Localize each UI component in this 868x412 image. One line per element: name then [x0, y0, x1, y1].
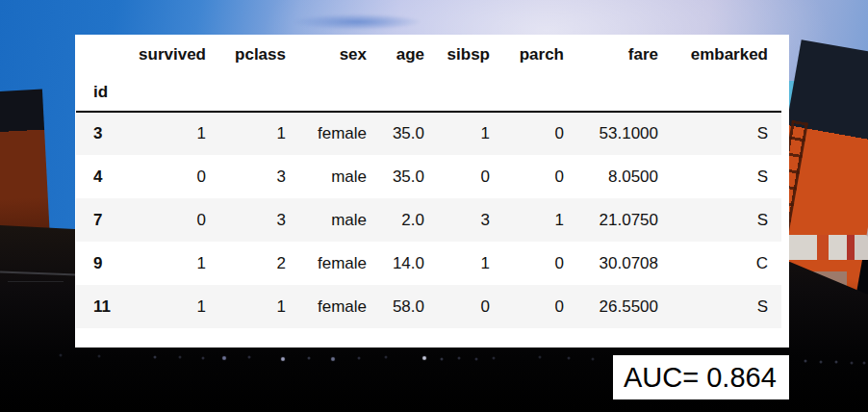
cell-survived: 0 [134, 198, 206, 242]
cell-embarked: S [658, 198, 781, 242]
cell-pclass: 2 [206, 242, 286, 285]
index-name-label: id [76, 74, 134, 112]
cell-sibsp: 3 [424, 198, 490, 242]
ship-funnel-left [0, 90, 50, 243]
rigging-line [8, 281, 64, 282]
cell-age: 35.0 [367, 155, 424, 198]
index-name-row: id [76, 74, 781, 112]
row-index: 9 [76, 242, 134, 285]
col-header-sex: sex [286, 35, 367, 74]
cell-age: 58.0 [367, 285, 424, 328]
cell-age: 35.0 [367, 112, 424, 155]
row-index: 4 [76, 155, 134, 198]
cell-embarked: C [658, 242, 781, 285]
cell-parch: 0 [490, 242, 564, 285]
cell-sex: male [286, 198, 367, 242]
cell-parch: 1 [490, 198, 564, 242]
cell-fare: 8.0500 [564, 155, 658, 198]
cell-pclass: 3 [206, 198, 286, 242]
row-index: 7 [76, 198, 134, 242]
col-header-sibsp: sibsp [424, 35, 490, 74]
cell-fare: 26.5500 [564, 285, 658, 328]
table-row: 9 1 2 female 14.0 1 0 30.0708 C [76, 242, 781, 285]
dataframe-table: survived pclass sex age sibsp parch fare… [76, 35, 781, 328]
cell-sibsp: 1 [424, 112, 490, 155]
col-header-fare: fare [564, 35, 658, 74]
cell-embarked: S [658, 112, 781, 155]
table-row: 11 1 1 female 58.0 0 0 26.5500 S [76, 285, 781, 328]
cell-age: 14.0 [367, 242, 424, 285]
table-row: 7 0 3 male 2.0 3 1 21.0750 S [76, 198, 781, 242]
cell-survived: 1 [134, 112, 206, 155]
porthole-lights [0, 0, 2, 2]
cell-survived: 1 [134, 285, 206, 328]
lifeboat [785, 235, 868, 260]
cell-parch: 0 [490, 285, 564, 328]
cell-parch: 0 [490, 155, 564, 198]
cell-pclass: 3 [206, 155, 286, 198]
cell-parch: 0 [490, 112, 564, 155]
cell-embarked: S [658, 155, 781, 198]
auc-badge: AUC= 0.864 [613, 355, 789, 399]
cell-sibsp: 0 [424, 155, 490, 198]
cell-survived: 1 [134, 242, 206, 285]
cell-embarked: S [658, 285, 781, 328]
cell-sex: female [286, 112, 367, 155]
cell-fare: 53.1000 [564, 112, 658, 155]
table-row: 3 1 1 female 35.0 1 0 53.1000 S [76, 112, 781, 155]
cell-sibsp: 0 [424, 285, 490, 328]
cell-fare: 21.0750 [564, 198, 658, 242]
cell-pclass: 1 [206, 285, 286, 328]
cell-sex: female [286, 242, 367, 285]
cell-sibsp: 1 [424, 242, 490, 285]
col-header-survived: survived [134, 35, 206, 74]
cell-fare: 30.0708 [564, 242, 658, 285]
row-index: 3 [76, 112, 134, 155]
col-header-age: age [367, 35, 424, 74]
cell-survived: 0 [134, 155, 206, 198]
dataframe-panel: survived pclass sex age sibsp parch fare… [75, 35, 789, 348]
cell-age: 2.0 [367, 198, 424, 242]
table-row: 4 0 3 male 35.0 0 0 8.0500 S [76, 155, 781, 198]
col-header-pclass: pclass [206, 35, 286, 74]
cell-sex: female [286, 285, 367, 328]
screenshot-root: survived pclass sex age sibsp parch fare… [0, 0, 868, 412]
col-header-embarked: embarked [658, 35, 781, 74]
row-index: 11 [76, 285, 134, 328]
cell-sex: male [286, 155, 367, 198]
cell-pclass: 1 [206, 112, 286, 155]
auc-label: AUC= 0.864 [624, 362, 777, 394]
col-header-parch: parch [490, 35, 564, 74]
corner-blank [76, 35, 134, 74]
column-header-row: survived pclass sex age sibsp parch fare… [76, 35, 781, 74]
